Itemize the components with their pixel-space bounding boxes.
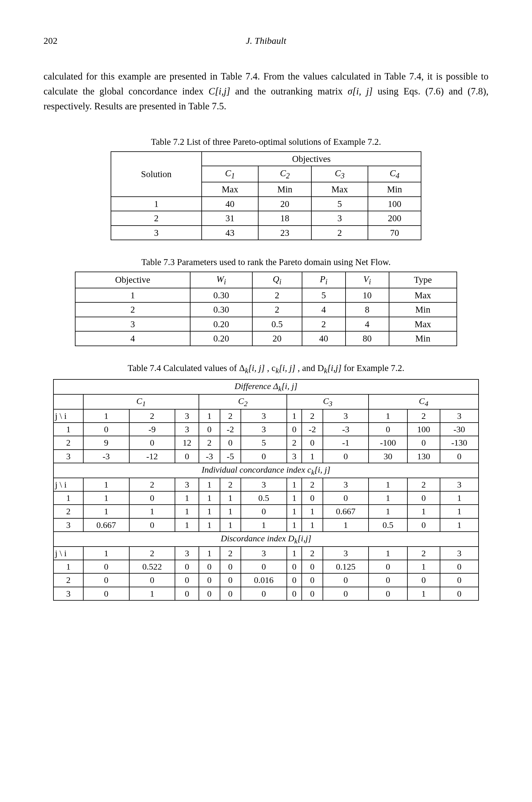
cell: 1 [129, 504, 175, 518]
header-row: j \ i 123 123 123 123 [54, 478, 478, 491]
cell: -5 [220, 450, 241, 463]
table-row: 30.200.524Max [75, 317, 457, 331]
cell: 9 [83, 436, 129, 449]
cell: 0 [199, 573, 220, 587]
header-c1: C1 [202, 166, 258, 182]
cell: 2 [75, 302, 190, 317]
cell: 3 [241, 478, 287, 491]
cell: 2 [252, 288, 302, 303]
cell: 0 [323, 587, 369, 600]
cell: 0 [199, 423, 220, 436]
cell: 1 [199, 504, 220, 518]
cell: 5 [241, 436, 287, 449]
table-row: 10-930-230-2-30100-30 [54, 423, 478, 436]
header-v: Vi [345, 272, 389, 288]
cell: 0 [302, 436, 323, 449]
cell: -9 [129, 423, 175, 436]
cell: 0.016 [241, 573, 287, 587]
table-row: 2000000.016000000 [54, 573, 478, 587]
cell: 1 [199, 518, 220, 532]
cell: 2 [111, 211, 202, 226]
cell: 1 [287, 547, 302, 560]
cell: 3 [75, 317, 190, 331]
cell: -3 [323, 423, 369, 436]
cell: 1 [199, 547, 220, 560]
cell: 0.5 [252, 317, 302, 331]
cell: 0 [302, 491, 323, 504]
cell: 1 [111, 197, 202, 211]
cell: 40 [302, 331, 345, 346]
cell: 0 [129, 491, 175, 504]
cell: 0 [323, 573, 369, 587]
cell: 0 [241, 504, 287, 518]
cell: Min [389, 331, 457, 346]
cell: 0 [407, 491, 440, 504]
cell: 3 [287, 450, 302, 463]
cell: 0 [302, 560, 323, 573]
cell: 0 [287, 423, 302, 436]
cell: 0 [83, 423, 129, 436]
cell: 0 [323, 491, 369, 504]
table-row: 20.30248Min [75, 302, 457, 317]
cell: 3 [323, 409, 369, 423]
section-concordance: Individual concordance index ck[i, j] [54, 463, 478, 478]
cell: 3 [175, 409, 199, 423]
cell: 0 [368, 587, 407, 600]
header-ji: j \ i [54, 547, 83, 560]
cell: 1 [287, 518, 302, 532]
table-7-4: Difference Δk[i, j] C1 C2 C3 C4 j \ i 12… [53, 379, 479, 600]
cell: 1 [440, 504, 478, 518]
cell: 3 [241, 423, 287, 436]
cell: 0 [220, 436, 241, 449]
cell: 2 [54, 504, 83, 518]
cell: 1 [199, 491, 220, 504]
cell: 0.5 [368, 518, 407, 532]
cell: 0.30 [190, 288, 252, 303]
cell: 0.667 [323, 504, 369, 518]
cell: 3 [323, 478, 369, 491]
cell: 0 [287, 560, 302, 573]
cell: 1 [287, 491, 302, 504]
cell: 0.5 [241, 491, 287, 504]
cell: 1 [287, 478, 302, 491]
table-7-4-caption: Table 7.4 Calculated values of Δk[i, j] … [43, 362, 489, 376]
cell: 1 [368, 504, 407, 518]
cell: 1 [83, 547, 129, 560]
cell: 0.667 [83, 518, 129, 532]
cell: 43 [202, 226, 258, 240]
cell: Min [368, 182, 421, 197]
cell: 1 [323, 518, 369, 532]
cell: 5 [311, 197, 368, 211]
cell: 1 [220, 504, 241, 518]
cell: 2 [54, 436, 83, 449]
cell: 3 [440, 547, 478, 560]
cell: 100 [368, 197, 421, 211]
cell: 31 [202, 211, 258, 226]
cell: 0 [175, 560, 199, 573]
cell: 1 [368, 491, 407, 504]
cell: 10 [345, 288, 389, 303]
cell: 1 [287, 504, 302, 518]
cell: 0 [407, 436, 440, 449]
table-row: 1101110.5100101 [54, 491, 478, 504]
cell: 3 [241, 409, 287, 423]
cell: 20 [258, 197, 311, 211]
cell: 4 [302, 302, 345, 317]
header-solution: Solution [111, 152, 202, 197]
cell: 1 [302, 504, 323, 518]
cell: 1 [54, 423, 83, 436]
cell: 0 [287, 573, 302, 587]
cell: 130 [407, 450, 440, 463]
cell: -100 [368, 436, 407, 449]
cell: 2 [302, 409, 323, 423]
cell: 2 [302, 478, 323, 491]
header-c3: C3 [311, 166, 368, 182]
cell: 0 [287, 587, 302, 600]
cell: Max [389, 317, 457, 331]
cell: 1 [220, 518, 241, 532]
cell: 1 [199, 409, 220, 423]
cell: 3 [111, 226, 202, 240]
cell: -30 [440, 423, 478, 436]
cell: 0 [302, 587, 323, 600]
cell: 1 [54, 560, 83, 573]
